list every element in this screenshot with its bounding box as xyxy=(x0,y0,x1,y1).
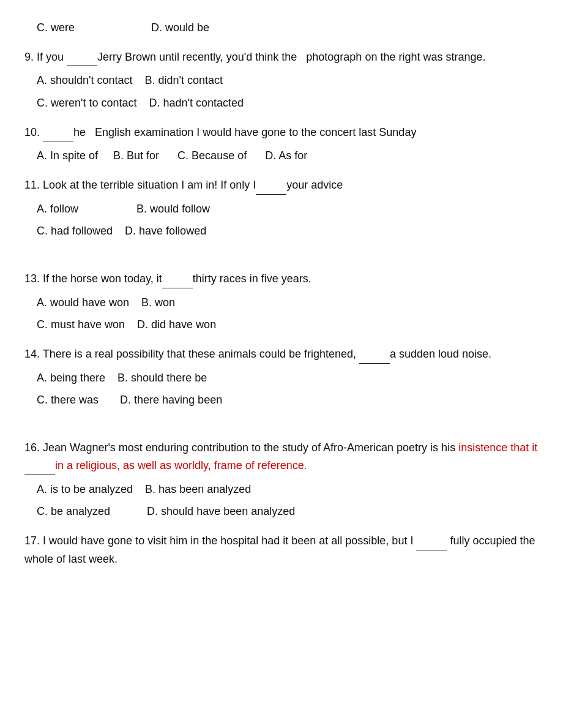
options-13-row1: A. would have won B. won xyxy=(37,293,539,312)
option-d: D. would be xyxy=(151,21,209,34)
question-11: 11. Look at the terrible situation I am … xyxy=(24,176,539,241)
question-9: 9. If you Jerry Brown until recently, yo… xyxy=(24,48,539,113)
options-11-row1: A. follow B. would follow xyxy=(37,200,539,219)
options-13-row2: C. must have won D. did have won xyxy=(37,315,539,334)
spacer-1 xyxy=(24,252,539,270)
options-9-row1: A. shouldn't contact B. didn't contact xyxy=(37,71,539,90)
options-16-row2: C. be analyzed D. should have been analy… xyxy=(37,502,539,521)
blank-13 xyxy=(162,270,193,288)
question-17-text: 17. I would have gone to visit him in th… xyxy=(24,532,539,568)
blank-11 xyxy=(256,176,286,195)
options-11-row2: C. had followed D. have followed xyxy=(37,222,539,241)
spacer-2 xyxy=(24,421,539,439)
question-16-red2: in a religious, as well as worldly, fram… xyxy=(55,459,307,471)
question-14-text: 14. There is a real possibility that the… xyxy=(24,345,539,364)
blank-10 xyxy=(43,124,73,142)
options-16-row1: A. is to be analyzed B. has been analyze… xyxy=(37,480,539,499)
options-14-row2: C. there was D. there having been xyxy=(37,391,539,410)
blank-17 xyxy=(416,532,447,550)
options-14-row1: A. being there B. should there be xyxy=(37,369,539,388)
question-13-text: 13. If the horse won today, it thirty ra… xyxy=(24,270,539,288)
blank-9 xyxy=(67,48,97,67)
question-14: 14. There is a real possibility that the… xyxy=(24,345,539,410)
blank-14 xyxy=(359,345,390,364)
question-10-text: 10. he English examination I would have … xyxy=(24,124,539,142)
blank-16 xyxy=(24,457,55,475)
options-9-row2: C. weren't to contact D. hadn't contacte… xyxy=(37,94,539,113)
question-9-text: 9. If you Jerry Brown until recently, yo… xyxy=(24,48,539,67)
question-16: 16. Jean Wagner's most enduring contribu… xyxy=(24,439,539,521)
question-10: 10. he English examination I would have … xyxy=(24,124,539,165)
option-c: C. were xyxy=(37,21,75,34)
prev-cd-row: C. were D. would be xyxy=(24,18,539,37)
options-cd: C. were D. would be xyxy=(37,18,539,37)
question-16-text: 16. Jean Wagner's most enduring contribu… xyxy=(24,439,539,475)
question-13: 13. If the horse won today, it thirty ra… xyxy=(24,270,539,334)
question-17: 17. I would have gone to visit him in th… xyxy=(24,532,539,568)
question-11-text: 11. Look at the terrible situation I am … xyxy=(24,176,539,195)
options-10-row1: A. In spite of B. But for C. Because of … xyxy=(37,146,539,165)
